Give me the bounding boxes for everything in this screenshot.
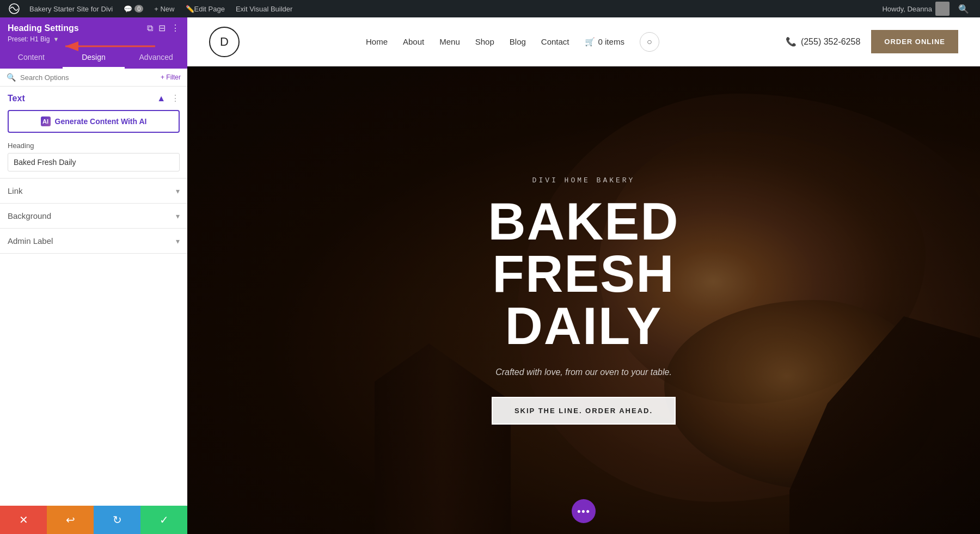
background-chevron-icon: ▾ [176,212,180,220]
user-avatar [935,2,950,16]
hero-title-line2: DAILY [393,300,774,352]
admin-bar-new[interactable]: + New [149,0,180,17]
generate-ai-button[interactable]: AI Generate Content With AI [8,110,180,133]
admin-label-section: Admin Label ▾ [0,229,187,254]
save-icon: ✓ [160,513,169,526]
admin-bar-site-name[interactable]: Bakery Starter Site for Divi [24,0,118,17]
text-section-collapse-icon[interactable]: ▲ [157,94,166,103]
cart-item[interactable]: 🛒 0 items [585,37,624,47]
background-section-title: Background [8,211,51,220]
three-dots-icon: ●●● [577,507,591,515]
filter-button[interactable]: + Filter [161,73,181,81]
hero-description: Crafted with love, from our oven to your… [393,367,774,377]
admin-label-section-header[interactable]: Admin Label ▾ [0,229,187,253]
cart-count: 0 items [598,37,624,46]
panel-title: Heading Settings [8,23,79,33]
background-section-header[interactable]: Background ▾ [0,204,187,228]
hero-bottom-dot: ●●● [572,499,596,523]
panel-content: Text ▲ ⋮ AI Generate Content With AI Hea… [0,87,187,506]
tab-advanced[interactable]: Advanced [125,47,187,69]
right-content: D Home About Menu Shop Blog Contact 🛒 0 … [187,17,980,534]
nav-item-contact[interactable]: Contact [541,37,569,46]
search-input[interactable] [20,73,156,82]
purple-dot-button[interactable]: ●●● [572,499,596,523]
link-section: Link ▾ [0,179,187,204]
site-header: D Home About Menu Shop Blog Contact 🛒 0 … [187,17,980,66]
text-section-title: Text [8,94,25,103]
hero-content: DIVI HOME BAKERY BAKED FRESH DAILY Craft… [393,176,774,425]
search-icon: 🔍 [7,73,16,82]
cart-icon: 🛒 [585,37,595,47]
ai-icon: AI [41,116,51,126]
link-section-header[interactable]: Link ▾ [0,179,187,203]
admin-bar-user[interactable]: Howdy, Deanna [878,2,954,16]
text-section-header: Text ▲ ⋮ [0,87,187,108]
hero-title: BAKED FRESH DAILY [393,195,774,352]
nav-item-about[interactable]: About [403,37,424,46]
admin-bar-edit-page[interactable]: ✏️ Edit Page [180,0,230,17]
site-header-right: 📞 (255) 352-6258 ORDER ONLINE [786,30,958,53]
wp-logo-icon[interactable] [7,0,22,17]
text-section-more-icon[interactable]: ⋮ [171,93,180,103]
main-layout: Heading Settings ⧉ ⊟ ⋮ Preset: H1 Big ▼ [0,17,980,534]
background-section: Background ▾ [0,204,187,229]
panel-preset[interactable]: Preset: H1 Big ▼ [8,35,180,43]
heading-field-group: Heading [0,139,187,178]
hero-title-line1: BAKED FRESH [393,195,774,300]
panel-footer: ✕ ↩ ↻ ✓ [0,506,187,534]
undo-icon: ↩ [66,513,75,526]
admin-bar-search-icon[interactable]: 🔍 [954,4,973,14]
site-logo[interactable]: D [209,27,240,57]
panel-more-icon[interactable]: ⋮ [171,23,180,33]
admin-bar-exit-builder[interactable]: Exit Visual Builder [230,0,298,17]
hero-section: DIVI HOME BAKERY BAKED FRESH DAILY Craft… [187,66,980,534]
left-panel: Heading Settings ⧉ ⊟ ⋮ Preset: H1 Big ▼ [0,17,187,534]
heading-input[interactable] [8,153,180,171]
panel-copy-icon[interactable]: ⧉ [147,23,153,33]
heading-field-label: Heading [8,142,180,150]
nav-item-shop[interactable]: Shop [475,37,494,46]
order-online-button[interactable]: ORDER ONLINE [871,30,958,53]
panel-header-top: Heading Settings ⧉ ⊟ ⋮ [8,23,180,33]
wp-admin-bar: Bakery Starter Site for Divi 💬 0 + New ✏… [0,0,980,17]
panel-header: Heading Settings ⧉ ⊟ ⋮ Preset: H1 Big ▼ [0,17,187,47]
search-icon: ○ [647,37,652,47]
phone-icon: 📞 [786,36,797,47]
save-button[interactable]: ✓ [140,506,187,534]
panel-header-icons: ⧉ ⊟ ⋮ [147,23,180,33]
admin-bar-comments[interactable]: 💬 0 [118,0,149,17]
admin-label-section-title: Admin Label [8,236,53,245]
site-nav: Home About Menu Shop Blog Contact 🛒 0 it… [366,32,659,52]
panel-search-bar: 🔍 + Filter [0,69,187,87]
phone-number: (255) 352-6258 [801,37,860,47]
hero-subtitle: DIVI HOME BAKERY [393,176,774,185]
tab-design[interactable]: Design [63,47,125,69]
admin-label-chevron-icon: ▾ [176,237,180,245]
undo-button[interactable]: ↩ [47,506,94,534]
nav-item-menu[interactable]: Menu [439,37,460,46]
nav-item-home[interactable]: Home [366,37,388,46]
panel-tabs: Content Design Advanced [0,47,187,69]
link-chevron-icon: ▾ [176,187,180,195]
redo-button[interactable]: ↻ [94,506,140,534]
phone-section: 📞 (255) 352-6258 [786,36,860,47]
panel-columns-icon[interactable]: ⊟ [158,23,166,33]
nav-item-blog[interactable]: Blog [510,37,526,46]
cancel-button[interactable]: ✕ [0,506,47,534]
tab-content[interactable]: Content [0,47,63,69]
redo-icon: ↻ [113,513,122,526]
site-search-button[interactable]: ○ [640,32,659,52]
hero-cta-button[interactable]: SKIP THE LINE. ORDER AHEAD. [492,397,676,425]
text-section: Text ▲ ⋮ AI Generate Content With AI Hea… [0,87,187,179]
link-section-title: Link [8,186,23,195]
cancel-icon: ✕ [19,513,28,526]
